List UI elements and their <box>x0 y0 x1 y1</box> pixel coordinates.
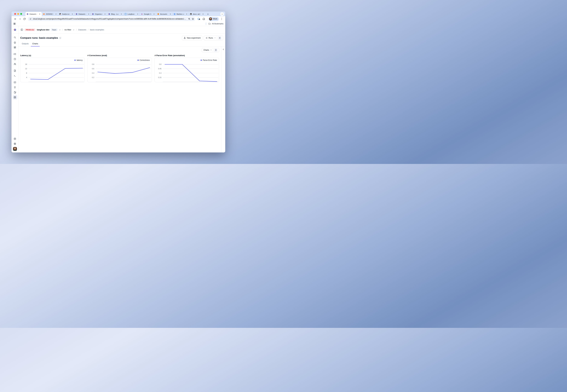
org-chevron-down-icon[interactable] <box>59 29 61 31</box>
privacy-badge-icon[interactable] <box>198 17 200 20</box>
sidebar-item-scores[interactable] <box>13 80 17 84</box>
chart-legend: latency <box>74 59 83 61</box>
tab-close-icon[interactable]: ✕ <box>202 13 204 15</box>
tab-title: Accounts | <box>160 13 168 15</box>
project-chevron-down-icon[interactable] <box>73 29 75 31</box>
all-bookmarks-label[interactable]: All Bookmarks <box>212 23 224 25</box>
legend-label: Parse Error Rate <box>203 59 217 61</box>
side-panel-rail <box>221 46 225 153</box>
extensions-puzzle-icon[interactable] <box>202 17 205 20</box>
lightbulb-icon <box>14 86 16 89</box>
runs-button[interactable]: Runs 4 <box>204 36 223 40</box>
sidebar-item-prompts[interactable] <box>13 68 17 73</box>
collapse-panel-chevron-left-icon[interactable] <box>222 48 224 50</box>
zoom-window-icon[interactable] <box>20 13 22 15</box>
info-icon[interactable] <box>59 37 61 39</box>
new-experiment-button[interactable]: New experiment <box>182 36 202 40</box>
browser-tab[interactable]: Datasets | L✕ <box>74 12 91 16</box>
percent-box-icon <box>14 81 16 84</box>
project-name[interactable]: no-filter <box>64 28 71 31</box>
sidebar-item-sessions[interactable] <box>13 57 17 61</box>
sidebar-item-home[interactable] <box>13 40 17 45</box>
breadcrumb-dataset-name[interactable]: basic-examples <box>90 28 104 31</box>
title-actions: New experiment Runs 4 <box>182 36 223 40</box>
life-buoy-icon <box>14 142 16 145</box>
charts-count-badge: 3 <box>214 49 217 52</box>
back-button[interactable] <box>13 17 17 21</box>
legend-dot-icon <box>74 60 76 61</box>
tab-close-icon[interactable]: ✕ <box>71 13 73 15</box>
apps-grid-icon[interactable] <box>13 23 16 25</box>
address-bar[interactable]: cloud.langfuse.com/project/cmfwgv8fx002o… <box>28 17 195 21</box>
sidebar-item-settings[interactable] <box>13 136 17 141</box>
tab-close-icon[interactable]: ✕ <box>153 13 155 15</box>
file-code-icon <box>14 70 16 72</box>
sidebar-item-annotation[interactable] <box>13 90 17 95</box>
sidebar-item-search[interactable] <box>13 35 17 40</box>
profile-chip[interactable]: Work <box>209 17 219 21</box>
browser-tab[interactable]: Organizatio✕ <box>91 12 107 16</box>
tab-outputs[interactable]: Outputs <box>20 41 30 46</box>
bookmarks-separator <box>206 23 206 25</box>
tab-close-icon[interactable]: ✕ <box>120 13 122 15</box>
tab-charts[interactable]: Charts <box>31 41 40 46</box>
all-bookmarks-folder-icon[interactable] <box>208 23 211 25</box>
browser-tab[interactable]: Datasets | L✕ <box>25 12 42 16</box>
minimize-window-icon[interactable] <box>17 13 19 15</box>
browser-tab[interactable]: Accounts |✕ <box>156 12 172 16</box>
tab-close-icon[interactable]: ✕ <box>39 13 41 15</box>
sidebar-item-dashboards[interactable] <box>13 45 17 50</box>
browser-tab[interactable]: docs: add✕ <box>189 12 205 16</box>
tab-close-icon[interactable]: ✕ <box>55 13 57 15</box>
new-experiment-label: New experiment <box>187 37 200 39</box>
langfuse-logo-icon[interactable] <box>12 26 18 33</box>
tab-close-icon[interactable]: ✕ <box>186 13 188 15</box>
profile-label: Work <box>213 18 217 20</box>
clipboard-pen-icon <box>14 91 16 94</box>
sidebar-item-evaluation[interactable] <box>13 85 17 90</box>
tab-close-icon[interactable]: ✕ <box>104 13 106 15</box>
charts-filter-button[interactable]: Charts 3 <box>202 48 219 52</box>
browser-tab[interactable]: 6Langfuse -✕ <box>123 12 140 16</box>
organization-name[interactable]: langfuse-dev <box>37 28 49 31</box>
new-tab-button[interactable] <box>206 12 210 16</box>
browser-tab[interactable]: feat(io-tab✕ <box>58 12 74 16</box>
browser-menu-icon[interactable] <box>220 17 223 20</box>
sidebar-toggle-icon[interactable] <box>21 28 23 31</box>
tab-close-icon[interactable]: ✕ <box>169 13 171 15</box>
user-avatar[interactable] <box>13 147 17 151</box>
site-settings-icon[interactable] <box>29 18 32 20</box>
browser-tab[interactable]: Blog - Lang✕ <box>107 12 123 16</box>
tab-search-button[interactable] <box>220 12 224 16</box>
breadcrumb-slash: / <box>62 28 63 31</box>
tab-title: docs: add <box>193 13 201 15</box>
chart-title: # Parse Error Rate (annotation) <box>155 54 219 56</box>
button-separator <box>217 37 217 39</box>
breadcrumb-datasets-link[interactable]: Datasets <box>78 28 86 31</box>
sidebar-item-users[interactable] <box>13 62 17 66</box>
sidebar-item-tracing[interactable] <box>13 52 17 56</box>
tab-list: Datasets | L✕20250923✕feat(io-tab✕Datase… <box>25 12 205 16</box>
browser-tab[interactable]: 20250923✕ <box>42 12 58 16</box>
svg-text:0.6: 0.6 <box>159 63 161 65</box>
tab-close-icon[interactable]: ✕ <box>88 13 90 15</box>
sidebar-item-playground[interactable] <box>13 73 17 78</box>
gemini-favicon-icon <box>141 13 143 15</box>
svg-text:0.3: 0.3 <box>159 72 161 74</box>
browser-tab[interactable]: Marlies we✕ <box>172 12 189 16</box>
github-favicon-icon <box>190 13 192 15</box>
close-window-icon[interactable] <box>14 13 16 15</box>
browser-tab[interactable]: Google Ge✕ <box>140 12 156 16</box>
tab-strip: Datasets | L✕20250923✕feat(io-tab✕Datase… <box>12 12 225 16</box>
bookmarks-bar: All Bookmarks <box>12 22 225 26</box>
sidebar-item-datasets[interactable] <box>13 95 17 99</box>
bookmark-star-icon[interactable] <box>192 18 194 20</box>
chart-card: Parse Error Rate0.60.450.30.15 <box>155 58 219 82</box>
forward-button[interactable] <box>18 17 22 21</box>
tab-close-icon[interactable]: ✕ <box>137 13 139 15</box>
refresh-button[interactable] <box>22 17 26 21</box>
sidebar-item-support[interactable] <box>13 141 17 146</box>
zoom-in-icon[interactable] <box>188 18 190 20</box>
url-text[interactable]: cloud.langfuse.com/project/cmfwgv8fx002o… <box>33 18 187 20</box>
langfuse-favicon-icon <box>92 13 94 15</box>
